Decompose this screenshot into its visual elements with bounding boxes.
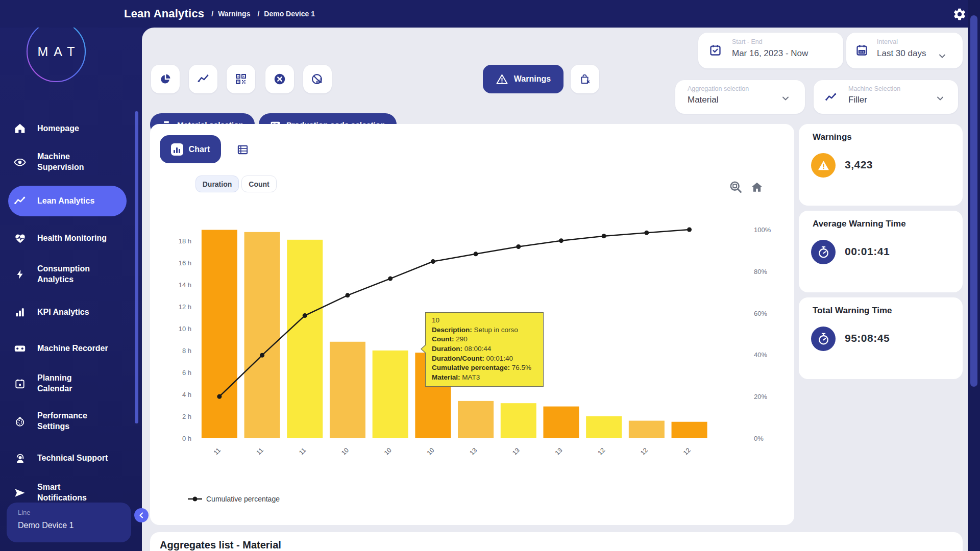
date-range-label: Start - End xyxy=(732,38,763,45)
eye-icon xyxy=(13,156,27,169)
top-header: Lean Analytics Warnings Demo Device 1 xyxy=(0,0,980,28)
sidebar-item-planning-calendar[interactable]: Planning Calendar xyxy=(0,372,142,395)
svg-text:11: 11 xyxy=(298,446,307,456)
trend-line-icon xyxy=(197,72,210,86)
svg-text:13: 13 xyxy=(511,446,521,457)
calendar-dots-icon xyxy=(855,43,869,57)
warnings-count: 3,423 xyxy=(845,159,873,171)
bag-filter-button[interactable] xyxy=(571,65,599,93)
chevron-left-icon xyxy=(138,512,144,518)
sidebar-item-technical-support[interactable]: Technical Support xyxy=(0,450,142,466)
calendar-check-icon xyxy=(708,43,722,57)
svg-text:13: 13 xyxy=(554,446,564,457)
bag-x-icon xyxy=(579,73,592,86)
svg-text:14 h: 14 h xyxy=(179,281,191,289)
svg-text:100%: 100% xyxy=(754,226,771,234)
svg-text:4 h: 4 h xyxy=(182,391,191,398)
sidebar-item-lean-analytics[interactable]: Lean Analytics xyxy=(0,186,142,216)
legend-cumulative-percentage: Cumulative percentage xyxy=(206,495,280,503)
svg-text:10 h: 10 h xyxy=(179,325,191,333)
aggregates-list-panel: Aggregates list - Material xyxy=(150,532,963,551)
warnings-stat-card: Warnings 3,423 xyxy=(799,124,963,206)
chevron-down-icon xyxy=(780,93,791,104)
aggregates-list-title: Aggregates list - Material xyxy=(160,539,281,551)
aggregation-label: Aggregation selection xyxy=(688,85,749,92)
trend-line-icon xyxy=(825,91,837,104)
machine-selection-label: Machine Selection xyxy=(848,85,900,92)
pie-chart-icon xyxy=(159,73,172,85)
sidebar-item-health-monitoring[interactable]: Health Monitoring xyxy=(0,231,142,246)
sidebar-item-kpi-analytics[interactable]: KPI Analytics xyxy=(0,305,142,320)
sidebar-item-consumption-analytics[interactable]: Consumption Analytics xyxy=(0,263,142,286)
average-warning-time-card: Average Warning Time 00:01:41 xyxy=(799,211,963,292)
trend-filter-button[interactable] xyxy=(189,65,217,93)
interval-selector[interactable]: Interval Last 30 days xyxy=(846,33,963,68)
no-production-data-button[interactable] xyxy=(303,65,332,93)
breadcrumb: Lean Analytics Warnings Demo Device 1 xyxy=(124,0,315,28)
stopwatch-badge xyxy=(811,240,836,264)
warnings-card-title: Warnings xyxy=(813,132,852,142)
breadcrumb-device[interactable]: Demo Device 1 xyxy=(257,10,315,18)
svg-text:10: 10 xyxy=(340,446,350,457)
sidebar-collapse-button[interactable] xyxy=(134,508,149,522)
lightning-icon xyxy=(13,268,27,281)
total-warning-time-card: Total Warning Time 95:08:45 xyxy=(799,297,963,379)
trend-line-icon xyxy=(13,194,27,208)
warning-badge xyxy=(811,153,836,178)
svg-text:0 h: 0 h xyxy=(182,435,191,442)
svg-text:60%: 60% xyxy=(754,310,767,317)
svg-text:12: 12 xyxy=(639,446,649,457)
warning-triangle-icon xyxy=(817,159,830,172)
qr-code-icon xyxy=(235,73,247,85)
breadcrumb-warnings[interactable]: Warnings xyxy=(211,10,250,18)
device-name: Demo Device 1 xyxy=(18,521,74,530)
cancel-circle-icon xyxy=(273,72,286,86)
tooltip-title: 10 xyxy=(432,316,537,325)
pie-chart-filter-button[interactable] xyxy=(151,65,180,93)
cancel-filter-button[interactable] xyxy=(265,65,294,93)
svg-text:2 h: 2 h xyxy=(182,413,191,420)
svg-text:18 h: 18 h xyxy=(179,237,191,245)
svg-text:12 h: 12 h xyxy=(179,303,191,311)
machine-selector[interactable]: Machine Selection Filler xyxy=(814,80,958,114)
gear-icon xyxy=(952,7,967,21)
sidebar-item-performance-settings[interactable]: Performance Settings xyxy=(0,410,142,433)
svg-text:10: 10 xyxy=(426,446,436,457)
svg-text:13: 13 xyxy=(468,446,478,457)
stopwatch-icon xyxy=(817,332,830,346)
warnings-filter-button[interactable]: Warnings xyxy=(483,65,564,93)
interval-label: Interval xyxy=(877,38,898,45)
paper-plane-icon xyxy=(13,486,27,499)
gauge-stopwatch-icon xyxy=(13,415,27,428)
svg-text:80%: 80% xyxy=(754,268,767,276)
device-selector-card[interactable]: Line Demo Device 1 xyxy=(7,503,131,542)
sidebar-item-homepage[interactable]: Homepage xyxy=(0,121,142,136)
recorder-icon xyxy=(13,342,27,355)
chevron-down-icon xyxy=(935,93,945,104)
warnings-button-label: Warnings xyxy=(514,74,551,84)
svg-text:6 h: 6 h xyxy=(182,369,191,377)
heart-pulse-icon xyxy=(13,232,27,245)
stopwatch-icon xyxy=(817,245,830,259)
svg-text:12: 12 xyxy=(597,446,607,457)
page-title: Lean Analytics xyxy=(124,7,204,20)
sidebar-item-machine-recorder[interactable]: Machine Recorder xyxy=(0,341,142,356)
main-content: Warnings Start - End Mar 16, 2023 - Now … xyxy=(142,28,968,551)
page-scrollbar-thumb[interactable] xyxy=(970,15,977,387)
interval-value: Last 30 days xyxy=(877,48,926,59)
sidebar-item-machine-supervision[interactable]: Machine Supervision xyxy=(0,151,142,173)
svg-text:0%: 0% xyxy=(754,435,764,442)
aggregation-selector[interactable]: Aggregation selection Material xyxy=(675,80,805,114)
device-line-label: Line xyxy=(18,509,31,516)
sidebar-item-smart-notifications[interactable]: Smart Notifications xyxy=(0,482,142,504)
total-warning-time-title: Total Warning Time xyxy=(813,306,892,316)
avg-warning-time-value: 00:01:41 xyxy=(845,245,890,258)
settings-button[interactable] xyxy=(952,7,967,21)
machine-selection-value: Filler xyxy=(848,95,867,105)
chevron-down-icon xyxy=(937,51,947,61)
date-range-selector[interactable]: Start - End Mar 16, 2023 - Now xyxy=(698,33,843,68)
aggregation-value: Material xyxy=(688,95,718,105)
qr-code-filter-button[interactable] xyxy=(227,65,255,93)
sidebar-scrollbar[interactable] xyxy=(135,111,138,423)
support-agent-icon xyxy=(13,452,27,465)
